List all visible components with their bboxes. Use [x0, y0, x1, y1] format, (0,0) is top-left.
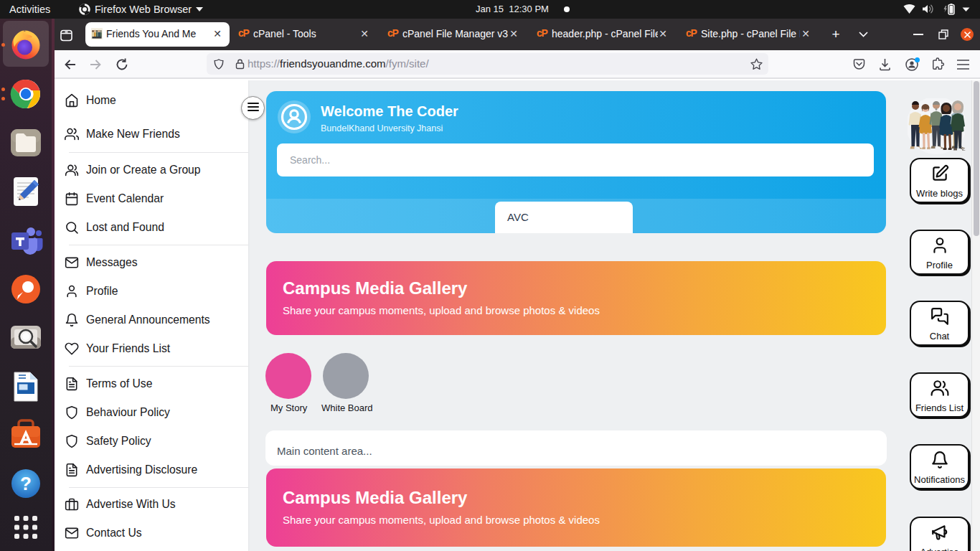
svg-text:?: ?: [20, 473, 32, 494]
